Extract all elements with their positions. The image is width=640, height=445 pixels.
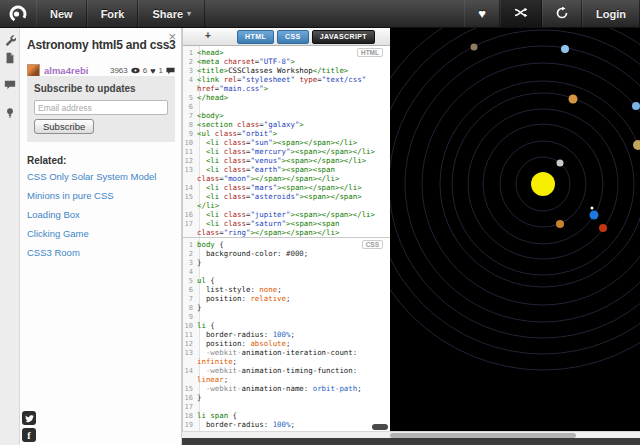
comments-icon[interactable] [4,77,16,89]
editor-scrollbar-thumb[interactable] [372,424,388,430]
topbar-right: ♥ [464,0,640,27]
code-line: 3} [183,258,391,267]
code-line: 5ul { [183,276,391,285]
comment-icon [166,67,175,75]
caret-down-icon: ▾ [187,9,191,18]
code-line: 14 -webkit-animation-timing-function: [183,366,391,375]
css-badge: CSS [362,240,383,249]
code-line: 1body { [183,240,391,249]
related-heading: Related: [27,155,66,166]
code-line: 12 <li class="venus"><span></span></li> [183,156,391,165]
code-line: href="main.css"> [183,84,391,93]
code-line: class="moon"></span></span></li> [183,174,391,183]
like-button[interactable]: ♥ [464,0,500,27]
code-line: 11 border-radius: 100%; [183,330,391,339]
planet-moon [591,207,594,210]
code-line: </li> [183,201,391,210]
code-line: 4<link rel="stylesheet" type="text/css" [183,75,391,84]
cssdeck-app: New Fork Share ▾ ♥ [0,0,640,445]
code-line: 11 <li class="mercury"><span></span></li… [183,147,391,156]
related-links: CSS Only Solar System ModelMinions in pu… [27,171,177,266]
add-tab-icon[interactable]: + [205,30,211,41]
planet-mars [599,224,607,232]
code-line: class="ring"></span></span></li> [183,228,391,237]
code-line: 17 <li class="saturn"><span><span [183,219,391,228]
code-line: 6 [183,102,391,111]
refresh-button[interactable] [542,0,582,27]
share-menu-button[interactable]: Share ▾ [138,0,205,27]
code-line: infinite; [183,357,391,366]
code-line: 10 <li class="sun"><span></span></li> [183,138,391,147]
wrench-icon[interactable] [4,32,16,44]
code-line: 16 <li class="jupiter"><span></span></li… [183,210,391,219]
email-field[interactable] [34,100,168,115]
cssdeck-logo-icon[interactable] [0,0,36,27]
subscribe-button[interactable]: Subscribe [34,119,94,134]
related-link[interactable]: Loading Box [27,209,177,220]
author-username[interactable]: alma4rebi [44,65,88,76]
html-editor[interactable]: HTML 1<head>2<meta charset="UTF-8">3<tit… [183,46,391,237]
code-line: 5</head> [183,93,391,102]
code-line: 13 -webkit-animation-iteration-count: [183,348,391,357]
code-line: 18li span { [183,411,391,420]
refresh-icon [556,7,568,21]
heart-icon: ♥ [150,66,155,76]
share-label: Share [152,8,183,20]
planet-venus [556,220,564,228]
code-line: 9<ul class="orbit"> [183,129,391,138]
code-line: 15 -webkit-animation-name: orbit-path; [183,384,391,393]
css-editor[interactable]: CSS 1body {2 background-color: #000;3}45… [183,237,391,431]
twitter-icon[interactable] [22,411,36,425]
tool-sidebar [0,28,20,445]
tab-javascript[interactable]: JAVASCRIPT [312,30,375,44]
planet-saturn [633,140,640,150]
related-link[interactable]: CSS3 Room [27,247,177,258]
code-line: 10li { [183,321,391,330]
document-icon[interactable] [4,50,16,62]
code-line: 2<meta charset="UTF-8"> [183,57,391,66]
views-count: 3963 [110,66,128,75]
subscribe-box: Subscribe to updates Subscribe [27,76,175,142]
tab-css[interactable]: CSS [277,30,309,44]
html-badge: HTML [357,48,383,57]
social-icons: f [22,411,36,445]
tab-html[interactable]: HTML [237,30,274,44]
planet-sun [531,172,555,196]
new-button[interactable]: New [36,0,87,27]
code-line: 6 list-style: none; [183,285,391,294]
planet-mercury [557,160,564,167]
login-button[interactable]: Login [582,0,640,27]
subscribe-heading: Subscribe to updates [34,83,168,94]
editor-tabbar: + HTMLCSSJAVASCRIPT [183,28,391,46]
horizontal-scrollbar[interactable] [182,431,640,438]
planet-earth [590,211,599,220]
shuffle-icon [514,7,528,20]
code-line: 17 [183,402,391,411]
preview-panel [390,28,640,431]
code-line: 12 position: absolute; [183,339,391,348]
code-line: 8<section class="galaxy"> [183,120,391,129]
fork-button[interactable]: Fork [87,0,139,27]
code-line: 7<body> [183,111,391,120]
code-line: 9 [183,312,391,321]
solar-system-preview [390,28,640,431]
eye-icon [131,67,140,75]
planet-uranus [561,45,569,53]
code-line: 3<title>CSSClasses Workshop</title> [183,66,391,75]
code-line: 4 [183,267,391,276]
related-link[interactable]: CSS Only Solar System Model [27,171,177,182]
shuffle-button[interactable] [500,0,542,27]
planet-jupiter [569,95,578,104]
code-line: 13 <li class="earth"><span><span [183,165,391,174]
page-title: Astronomy html5 and css3 [27,38,176,52]
bottom-bar [182,438,640,445]
related-link[interactable]: Minions in pure CSS [27,190,177,201]
info-panel: × Astronomy html5 and css3 alma4rebi 396… [20,28,182,445]
facebook-icon[interactable]: f [22,428,36,442]
planet-neptune [632,102,640,110]
lightbulb-icon[interactable] [4,105,16,117]
editor-column: + HTMLCSSJAVASCRIPT HTML 1<head>2<meta c… [182,28,390,431]
related-link[interactable]: Clicking Game [27,228,177,239]
comments-count: 1 [159,66,163,75]
planet-pluto [471,44,478,51]
